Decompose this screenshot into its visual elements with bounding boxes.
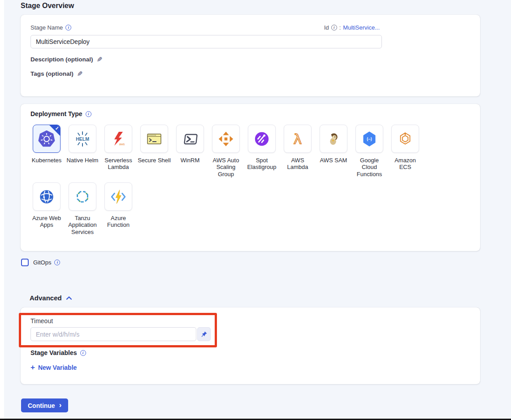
tile-label: Native Helm: [67, 157, 99, 164]
timeout-label: Timeout: [30, 317, 53, 325]
check-icon: ✓: [55, 126, 59, 131]
tile-label: AWS SAM: [320, 157, 347, 164]
tags-label: Tags (optional) ✎: [30, 70, 82, 78]
svg-text:HELM: HELM: [76, 136, 89, 142]
deployment-type-title: Deployment Type i: [30, 110, 91, 117]
deployment-type-aws-lambda[interactable]: λ AWS Lambda: [280, 125, 316, 178]
tile-label: AWS Lambda: [286, 157, 309, 171]
edit-pencil-icon[interactable]: ✎: [77, 70, 83, 78]
kubernetes-tile[interactable]: ✓: [33, 125, 61, 153]
gitops-row: GitOps i: [21, 259, 60, 266]
amazon-ecs-icon: [397, 130, 414, 147]
tile-label: Spot Elastigroup: [246, 157, 278, 171]
gitops-label: GitOps i: [33, 259, 60, 266]
stage-id-link[interactable]: MultiService...: [343, 24, 380, 31]
tile-label: Amazon ECS: [393, 157, 417, 171]
advanced-title: Advanced: [30, 294, 62, 302]
info-icon[interactable]: i: [54, 260, 60, 265]
deployment-type-aws-sam[interactable]: AWS SAM: [316, 125, 351, 178]
stage-identity-card: Stage Name i Id i : MultiService... Desc…: [21, 15, 480, 96]
deployment-type-azure-function[interactable]: Azure Function: [100, 182, 136, 235]
google-cloud-functions-tile[interactable]: (--): [355, 125, 383, 153]
amazon-ecs-tile[interactable]: [391, 125, 419, 153]
info-icon[interactable]: i: [65, 25, 71, 30]
tanzu-icon: [74, 188, 91, 205]
stage-variables-label: Stage Variables i: [30, 349, 86, 356]
tile-label: Secure Shell: [138, 157, 171, 164]
timeout-input[interactable]: [30, 327, 196, 341]
plus-icon: +: [30, 364, 35, 371]
spot-elastigroup-tile[interactable]: [248, 125, 276, 153]
info-icon[interactable]: i: [331, 25, 337, 30]
azure-web-apps-tile[interactable]: [33, 182, 61, 211]
info-icon[interactable]: i: [86, 111, 91, 117]
tile-label: Azure Web Apps: [32, 215, 61, 229]
svg-text:(--): (--): [367, 137, 372, 141]
aws-lambda-icon: λ: [289, 130, 307, 148]
advanced-section-toggle[interactable]: Advanced: [30, 294, 73, 302]
tile-label: Azure Function: [105, 215, 132, 229]
tanzu-tile[interactable]: [69, 182, 96, 211]
runtime-input-pin-button[interactable]: [197, 327, 211, 341]
spot-elastigroup-icon: [253, 130, 270, 147]
secure-shell-icon: [145, 130, 163, 148]
aws-lambda-tile[interactable]: λ: [284, 125, 312, 153]
stage-name-label: Stage Name i: [30, 24, 71, 31]
aws-auto-scaling-tile[interactable]: [212, 125, 240, 153]
serverless-lambda-icon: aws: [109, 130, 127, 148]
id-label: Id: [324, 24, 329, 31]
deployment-type-native-helm[interactable]: HELM Native Helm: [65, 125, 100, 178]
deployment-type-serverless-lambda[interactable]: aws Serverless Lambda: [100, 125, 136, 178]
helm-icon: HELM: [74, 130, 91, 148]
serverless-lambda-tile[interactable]: aws: [104, 125, 132, 153]
deployment-type-card: Deployment Type i ✓: [21, 104, 480, 251]
deployment-type-azure-web-apps[interactable]: Azure Web Apps: [29, 182, 65, 235]
deployment-tile-row-2: Azure Web Apps Tanzu Application Service…: [29, 182, 136, 235]
deployment-type-winrm[interactable]: WinRM: [172, 125, 208, 178]
left-panel-edge: [0, 0, 4, 420]
winrm-icon: [181, 130, 199, 148]
svg-text:λ: λ: [294, 131, 302, 147]
aws-sam-tile[interactable]: [320, 125, 347, 153]
stage-overview-page: Stage Overview Stage Name i Id i : Multi…: [0, 0, 511, 420]
deployment-type-kubernetes[interactable]: ✓ Kubernetes: [29, 125, 65, 178]
azure-web-apps-icon: [38, 188, 55, 205]
continue-button[interactable]: Continue ›: [21, 398, 68, 412]
svg-text:aws: aws: [119, 143, 125, 146]
tile-label: Serverless Lambda: [103, 157, 134, 171]
pin-icon: [201, 331, 208, 338]
new-variable-button[interactable]: + New Variable: [30, 364, 77, 371]
deployment-type-google-cloud-functions[interactable]: (--) Google Cloud Functions: [351, 125, 387, 178]
advanced-card: Timeout Stage Variables i + New Variable: [21, 307, 480, 384]
deployment-type-aws-auto-scaling-group[interactable]: AWS Auto Scaling Group: [208, 125, 244, 178]
deployment-type-spot-elastigroup[interactable]: Spot Elastigroup: [244, 125, 280, 178]
tile-label: AWS Auto Scaling Group: [212, 157, 239, 178]
google-cloud-functions-icon: (--): [361, 130, 378, 147]
tile-label: Tanzu Application Services: [67, 215, 98, 235]
info-icon[interactable]: i: [80, 350, 86, 356]
deployment-type-tanzu-application-services[interactable]: Tanzu Application Services: [65, 182, 100, 235]
description-label: Description (optional) ✎: [30, 56, 102, 64]
deployment-type-amazon-ecs[interactable]: Amazon ECS: [387, 125, 423, 178]
secure-shell-tile[interactable]: [140, 125, 168, 153]
stage-id-row: Id i : MultiService...: [324, 24, 380, 31]
azure-function-tile[interactable]: [104, 182, 132, 211]
edit-pencil-icon[interactable]: ✎: [97, 56, 103, 64]
native-helm-tile[interactable]: HELM: [69, 125, 96, 153]
chevron-up-icon: [65, 295, 73, 301]
gitops-checkbox[interactable]: [21, 259, 29, 266]
chevron-right-icon: ›: [59, 401, 62, 409]
tile-label: Google Cloud Functions: [356, 157, 383, 178]
deployment-type-secure-shell[interactable]: Secure Shell: [136, 125, 172, 178]
page-title: Stage Overview: [21, 2, 74, 10]
deployment-tile-row-1: ✓ Kubernetes: [29, 125, 423, 178]
aws-sam-icon: [325, 131, 342, 147]
stage-name-input[interactable]: [30, 35, 382, 48]
tile-label: WinRM: [181, 157, 200, 164]
aws-auto-scaling-icon: [217, 130, 234, 147]
id-colon: :: [339, 24, 341, 31]
winrm-tile[interactable]: [176, 125, 204, 153]
tile-label: Kubernetes: [32, 157, 62, 164]
azure-function-icon: [110, 188, 127, 205]
